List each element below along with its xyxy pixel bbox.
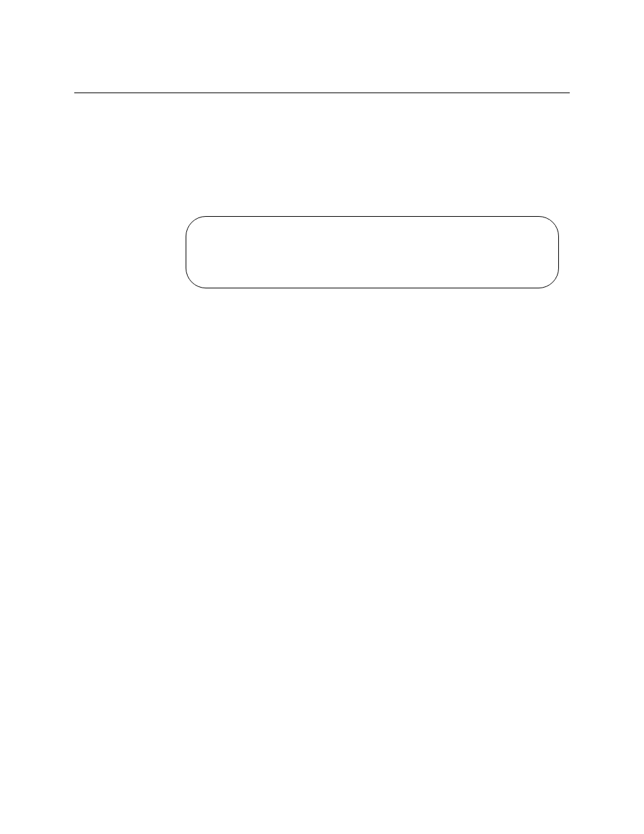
page: [0, 0, 644, 834]
figure-frame: [186, 216, 559, 288]
header-rule: [74, 93, 570, 93]
